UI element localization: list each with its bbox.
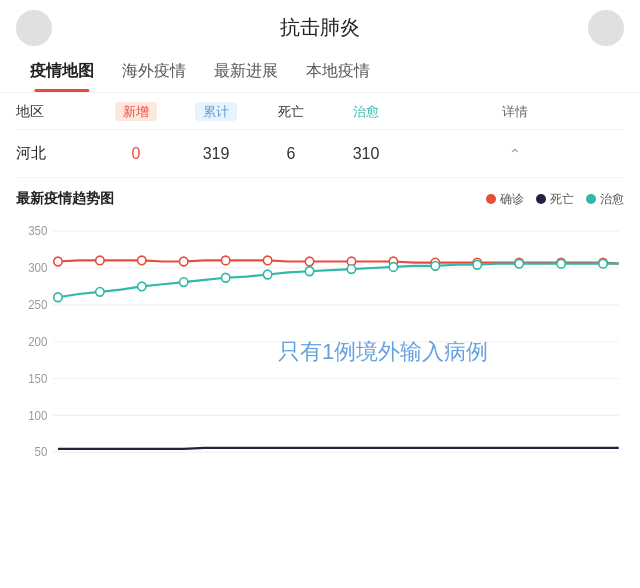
- legend-death: 死亡: [536, 191, 574, 208]
- chart-section: 最新疫情趋势图 确诊 死亡 治愈 350 300 250 200 150 100: [0, 178, 640, 484]
- svg-point-17: [180, 257, 188, 266]
- legend-label-death: 死亡: [550, 191, 574, 208]
- svg-point-33: [263, 270, 271, 279]
- avatar-left: [16, 10, 52, 46]
- cell-heal: 310: [326, 145, 406, 163]
- svg-text:150: 150: [28, 372, 48, 385]
- cell-total: 319: [176, 145, 256, 163]
- svg-point-28: [54, 293, 62, 302]
- app-header: 抗击肺炎: [0, 0, 640, 51]
- legend-heal: 治愈: [586, 191, 624, 208]
- chart-legend: 确诊 死亡 治愈: [486, 191, 624, 208]
- svg-point-19: [263, 256, 271, 265]
- nav-tabs: 疫情地图 海外疫情 最新进展 本地疫情: [0, 51, 640, 93]
- cell-region: 河北: [16, 144, 96, 163]
- svg-point-41: [599, 259, 607, 268]
- col-death-header: 死亡: [256, 103, 326, 121]
- svg-point-15: [96, 256, 104, 265]
- avatar-right: [588, 10, 624, 46]
- legend-dot-death: [536, 194, 546, 204]
- svg-point-39: [515, 259, 523, 268]
- svg-point-18: [221, 256, 229, 265]
- svg-point-30: [138, 282, 146, 291]
- tab-epidemic-map[interactable]: 疫情地图: [16, 51, 108, 92]
- col-heal-header: 治愈: [326, 103, 406, 121]
- app-title: 抗击肺炎: [280, 14, 360, 41]
- cell-detail[interactable]: ⌃: [406, 145, 624, 163]
- svg-point-40: [557, 259, 565, 268]
- svg-point-20: [305, 257, 313, 266]
- svg-point-16: [138, 256, 146, 265]
- col-total-header: 累计: [176, 103, 256, 121]
- tab-overseas[interactable]: 海外疫情: [108, 51, 200, 92]
- svg-point-32: [221, 273, 229, 282]
- svg-point-31: [180, 278, 188, 287]
- chart-svg: 350 300 250 200 150 100 50: [16, 216, 624, 476]
- legend-dot-heal: [586, 194, 596, 204]
- svg-point-14: [54, 257, 62, 266]
- tab-local[interactable]: 本地疫情: [292, 51, 384, 92]
- svg-text:300: 300: [28, 261, 48, 274]
- chevron-up-icon: ⌃: [509, 146, 521, 162]
- table-header: 地区 新增 累计 死亡 治愈 详情: [16, 93, 624, 130]
- svg-point-29: [96, 288, 104, 297]
- col-detail-header: 详情: [406, 103, 624, 121]
- chart-title: 最新疫情趋势图: [16, 190, 114, 208]
- legend-label-confirmed: 确诊: [500, 191, 524, 208]
- col-region-header: 地区: [16, 103, 96, 121]
- chart-container: 350 300 250 200 150 100 50: [16, 216, 624, 476]
- col-new-header: 新增: [96, 103, 176, 121]
- legend-dot-confirmed: [486, 194, 496, 204]
- cell-death: 6: [256, 145, 326, 163]
- svg-point-37: [431, 262, 439, 271]
- svg-text:350: 350: [28, 224, 48, 237]
- chart-header: 最新疫情趋势图 确诊 死亡 治愈: [16, 190, 624, 208]
- svg-text:50: 50: [35, 445, 48, 458]
- svg-point-34: [305, 267, 313, 276]
- legend-label-heal: 治愈: [600, 191, 624, 208]
- svg-text:250: 250: [28, 298, 48, 311]
- legend-confirmed: 确诊: [486, 191, 524, 208]
- tab-latest-news[interactable]: 最新进展: [200, 51, 292, 92]
- data-table: 地区 新增 累计 死亡 治愈 详情 河北 0 319 6 310 ⌃: [0, 93, 640, 178]
- svg-point-36: [389, 263, 397, 272]
- svg-point-38: [473, 260, 481, 269]
- svg-text:100: 100: [28, 408, 48, 421]
- cell-new: 0: [96, 145, 176, 163]
- table-row: 河北 0 319 6 310 ⌃: [16, 130, 624, 178]
- svg-point-35: [347, 265, 355, 274]
- svg-text:200: 200: [28, 335, 48, 348]
